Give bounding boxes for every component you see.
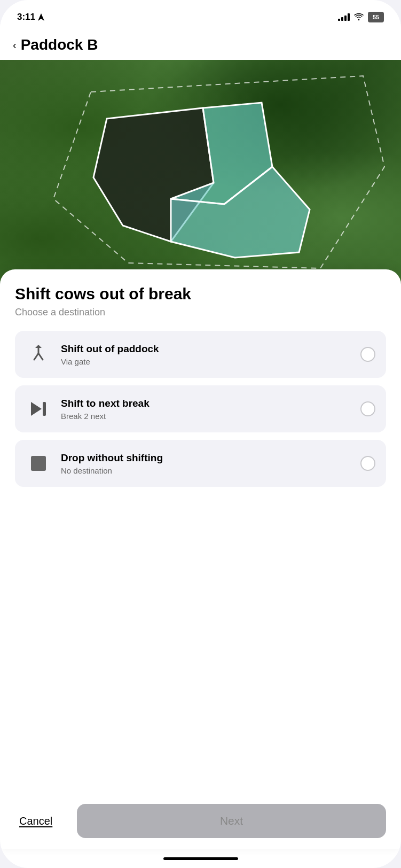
time-display: 3:11	[17, 12, 35, 22]
drop-title: Drop without shifting	[61, 452, 351, 465]
wifi-icon	[354, 13, 364, 21]
field-overlay	[0, 60, 401, 284]
option-next-break[interactable]: Shift to next break Break 2 next	[15, 385, 386, 432]
stop-icon	[29, 454, 48, 473]
merge-icon	[29, 344, 48, 365]
next-break-radio[interactable]	[360, 401, 375, 416]
battery-level: 55	[373, 14, 379, 20]
shift-out-subtitle: Via gate	[61, 357, 351, 366]
battery-icon: 55	[368, 12, 384, 22]
sheet-title: Shift cows out of break	[15, 284, 386, 304]
location-icon	[38, 13, 44, 21]
nav-header: ‹ Paddock B	[0, 30, 401, 60]
svg-rect-10	[31, 456, 46, 471]
status-time: 3:11	[17, 12, 44, 22]
page-title: Paddock B	[21, 36, 98, 53]
shift-out-radio[interactable]	[360, 347, 375, 362]
shift-out-icon	[26, 342, 51, 367]
next-break-icon	[26, 396, 51, 422]
home-indicator	[0, 849, 401, 868]
svg-line-4	[34, 353, 38, 360]
svg-marker-7	[35, 345, 42, 348]
map-view	[0, 60, 401, 284]
back-button[interactable]: ‹	[13, 39, 17, 51]
option-shift-out[interactable]: Shift out of paddock Via gate	[15, 331, 386, 378]
options-list: Shift out of paddock Via gate Shift to n…	[15, 331, 386, 791]
next-break-title: Shift to next break	[61, 397, 351, 410]
svg-rect-9	[43, 402, 46, 416]
shift-out-title: Shift out of paddock	[61, 343, 351, 356]
option-drop[interactable]: Drop without shifting No destination	[15, 440, 386, 487]
bottom-sheet: Shift cows out of break Choose a destina…	[0, 269, 401, 849]
next-button[interactable]: Next	[77, 804, 386, 838]
cancel-button[interactable]: Cancel	[15, 815, 68, 827]
svg-marker-8	[31, 402, 42, 416]
status-right: 55	[338, 12, 384, 22]
status-bar: 3:11 55	[0, 0, 401, 30]
drop-subtitle: No destination	[61, 466, 351, 475]
signal-icon	[338, 13, 350, 21]
next-break-subtitle: Break 2 next	[61, 412, 351, 421]
drop-icon	[26, 451, 51, 476]
home-bar	[163, 857, 238, 860]
next-break-text: Shift to next break Break 2 next	[61, 397, 351, 421]
skip-icon	[29, 399, 48, 418]
drop-text: Drop without shifting No destination	[61, 452, 351, 475]
svg-line-5	[38, 353, 43, 360]
shift-out-text: Shift out of paddock Via gate	[61, 343, 351, 366]
sheet-subtitle: Choose a destination	[15, 307, 386, 318]
drop-radio[interactable]	[360, 456, 375, 471]
bottom-actions: Cancel Next	[15, 791, 386, 838]
